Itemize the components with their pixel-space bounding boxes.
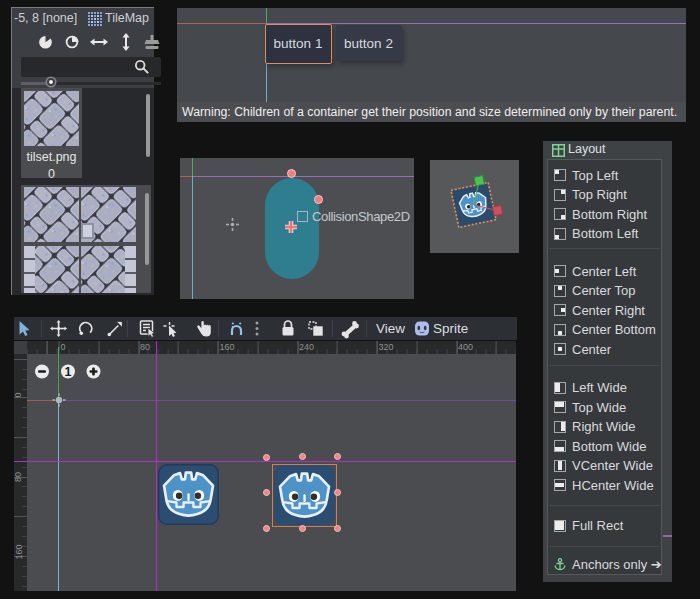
svg-text:View: View bbox=[376, 321, 405, 336]
svg-text:1: 1 bbox=[65, 365, 72, 379]
svg-text:Sprite: Sprite bbox=[433, 321, 468, 336]
